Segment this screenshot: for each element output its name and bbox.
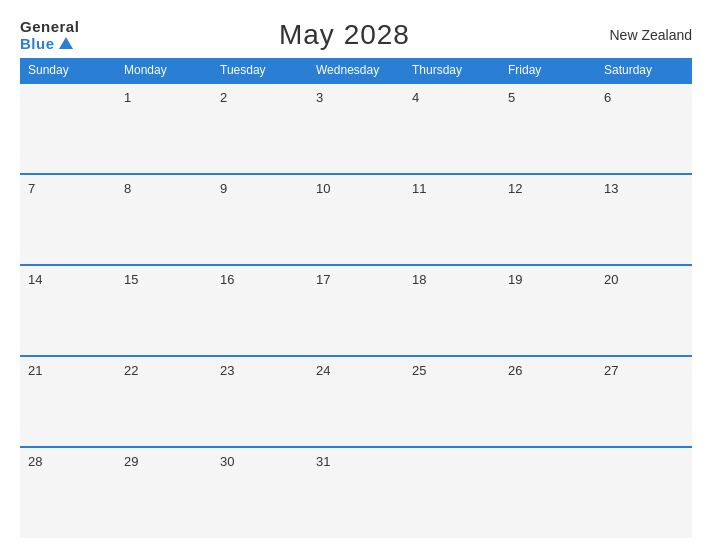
calendar-cell: 27: [596, 356, 692, 447]
day-number: 25: [412, 363, 426, 378]
calendar-cell: 11: [404, 174, 500, 265]
calendar-header-tuesday: Tuesday: [212, 58, 308, 83]
calendar-cell: 16: [212, 265, 308, 356]
calendar-cell: 5: [500, 83, 596, 174]
day-number: 1: [124, 90, 131, 105]
calendar-cell: [20, 83, 116, 174]
day-number: 12: [508, 181, 522, 196]
calendar-cell: 31: [308, 447, 404, 538]
day-number: 4: [412, 90, 419, 105]
day-number: 3: [316, 90, 323, 105]
day-number: 7: [28, 181, 35, 196]
day-number: 9: [220, 181, 227, 196]
day-number: 23: [220, 363, 234, 378]
calendar-cell: [404, 447, 500, 538]
calendar-cell: 13: [596, 174, 692, 265]
logo: General Blue: [20, 18, 79, 52]
calendar-cell: 25: [404, 356, 500, 447]
day-number: 10: [316, 181, 330, 196]
calendar-cell: 10: [308, 174, 404, 265]
day-number: 26: [508, 363, 522, 378]
calendar-cell: 15: [116, 265, 212, 356]
calendar-cell: [500, 447, 596, 538]
day-number: 13: [604, 181, 618, 196]
day-number: 28: [28, 454, 42, 469]
calendar-week-row: 123456: [20, 83, 692, 174]
day-number: 14: [28, 272, 42, 287]
calendar-cell: 7: [20, 174, 116, 265]
calendar-cell: 24: [308, 356, 404, 447]
calendar-week-row: 21222324252627: [20, 356, 692, 447]
day-number: 17: [316, 272, 330, 287]
logo-triangle-icon: [59, 37, 73, 49]
calendar-week-row: 28293031: [20, 447, 692, 538]
calendar-header-saturday: Saturday: [596, 58, 692, 83]
calendar-cell: 2: [212, 83, 308, 174]
day-number: 16: [220, 272, 234, 287]
calendar-cell: 4: [404, 83, 500, 174]
calendar-cell: 26: [500, 356, 596, 447]
calendar-header-sunday: Sunday: [20, 58, 116, 83]
calendar-cell: 21: [20, 356, 116, 447]
calendar-cell: 28: [20, 447, 116, 538]
calendar-cell: 9: [212, 174, 308, 265]
calendar-cell: 20: [596, 265, 692, 356]
day-number: 21: [28, 363, 42, 378]
day-number: 5: [508, 90, 515, 105]
logo-blue-text: Blue: [20, 35, 73, 52]
calendar-cell: 3: [308, 83, 404, 174]
calendar-header-wednesday: Wednesday: [308, 58, 404, 83]
day-number: 8: [124, 181, 131, 196]
day-number: 2: [220, 90, 227, 105]
month-title: May 2028: [279, 19, 410, 51]
logo-general-text: General: [20, 18, 79, 35]
calendar-cell: 17: [308, 265, 404, 356]
calendar-cell: 14: [20, 265, 116, 356]
day-number: 30: [220, 454, 234, 469]
calendar-cell: 23: [212, 356, 308, 447]
calendar-cell: 19: [500, 265, 596, 356]
day-number: 22: [124, 363, 138, 378]
day-number: 11: [412, 181, 426, 196]
calendar-header-friday: Friday: [500, 58, 596, 83]
calendar-week-row: 14151617181920: [20, 265, 692, 356]
calendar: SundayMondayTuesdayWednesdayThursdayFrid…: [20, 58, 692, 538]
day-number: 18: [412, 272, 426, 287]
day-number: 19: [508, 272, 522, 287]
day-number: 27: [604, 363, 618, 378]
calendar-cell: 18: [404, 265, 500, 356]
calendar-week-row: 78910111213: [20, 174, 692, 265]
header: General Blue May 2028 New Zealand: [20, 18, 692, 52]
calendar-header-row: SundayMondayTuesdayWednesdayThursdayFrid…: [20, 58, 692, 83]
calendar-header-thursday: Thursday: [404, 58, 500, 83]
day-number: 31: [316, 454, 330, 469]
calendar-header-monday: Monday: [116, 58, 212, 83]
calendar-cell: [596, 447, 692, 538]
calendar-cell: 6: [596, 83, 692, 174]
calendar-cell: 12: [500, 174, 596, 265]
calendar-cell: 8: [116, 174, 212, 265]
calendar-cell: 22: [116, 356, 212, 447]
day-number: 20: [604, 272, 618, 287]
day-number: 15: [124, 272, 138, 287]
calendar-cell: 29: [116, 447, 212, 538]
day-number: 6: [604, 90, 611, 105]
calendar-cell: 30: [212, 447, 308, 538]
calendar-cell: 1: [116, 83, 212, 174]
country-label: New Zealand: [610, 27, 693, 43]
day-number: 24: [316, 363, 330, 378]
day-number: 29: [124, 454, 138, 469]
